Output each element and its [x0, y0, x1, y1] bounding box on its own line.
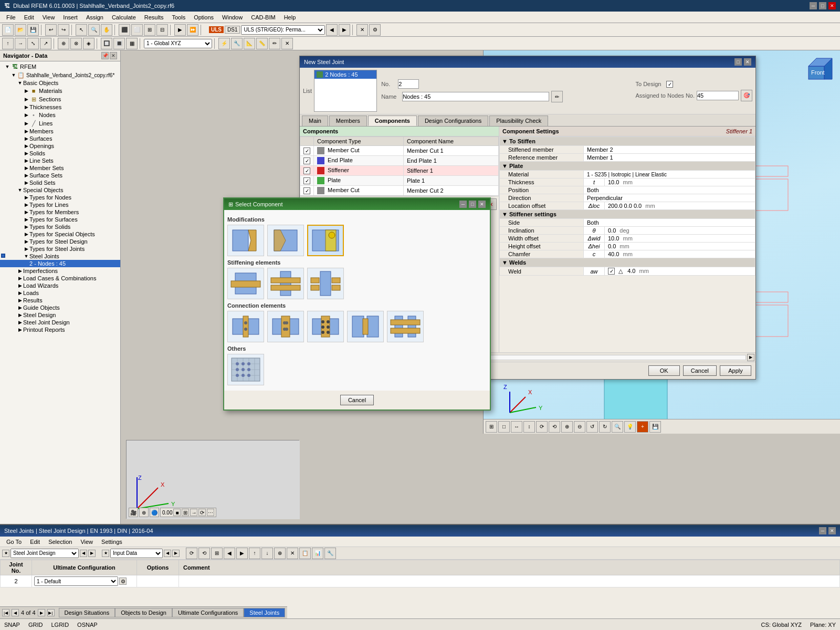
dp-selection[interactable]: Selection	[44, 538, 76, 546]
select-comp-controls[interactable]: ─ □ ✕	[459, 201, 486, 208]
list-box[interactable]: 2 Nodes : 45	[314, 70, 377, 112]
tb2-16[interactable]: ✕	[281, 38, 293, 49]
comp-row-5[interactable]: Member Cut Member Cut 2	[300, 186, 499, 196]
nav-materials[interactable]: ▶ ■ Materials	[0, 87, 120, 95]
tb2-4[interactable]: ↗	[40, 38, 51, 49]
weld-chk[interactable]	[608, 268, 615, 275]
grp-ss-expand[interactable]: ▼	[502, 211, 508, 217]
tb2-9[interactable]: 🔳	[113, 38, 125, 49]
menu-options[interactable]: Options	[190, 13, 218, 22]
no-field[interactable]	[398, 79, 419, 89]
nav-linesets-expand[interactable]: ▶	[23, 158, 29, 164]
tb8[interactable]: ▶	[174, 24, 186, 36]
nav-project[interactable]: ▼ 📋 Stahlhalle_Verband_Joints2_copy.rf6*	[0, 71, 120, 79]
nav-rfem-expand[interactable]: ▼	[4, 64, 10, 70]
menu-view[interactable]: View	[38, 13, 59, 22]
vt9[interactable]: ↺	[586, 421, 598, 433]
btab-ult-config[interactable]: Ultimate Configurations	[172, 608, 244, 617]
dp-tb11[interactable]: 📊	[312, 548, 323, 559]
menu-cad-bim[interactable]: CAD-BIM	[247, 13, 279, 22]
nav-surfacesets[interactable]: ▶ Surface Sets	[0, 172, 120, 179]
xyz-selector[interactable]: 1 - Global XYZ	[144, 39, 212, 48]
tb9[interactable]: ⏩	[187, 24, 198, 36]
menu-help[interactable]: Help	[280, 13, 300, 22]
dp-tb7[interactable]: ↓	[261, 548, 273, 559]
nav-steeljoints-expand[interactable]: ▼	[23, 253, 29, 259]
dp-design-select[interactable]: Steel Joint Design	[10, 549, 79, 558]
nav-types-surfaces[interactable]: ▶ Types for Surfaces	[0, 216, 120, 223]
dp-tb1[interactable]: ⟳	[186, 548, 197, 559]
design-row-1[interactable]: 2 1 - Default ⚙	[1, 575, 840, 587]
select-btn[interactable]: ↖	[76, 24, 87, 36]
nav-results-expand[interactable]: ▶	[17, 297, 23, 303]
nav-types-steeldesign[interactable]: ▶ Types for Steel Design	[0, 238, 120, 245]
tab-design-config[interactable]: Design Configurations	[418, 116, 488, 126]
nav-linesets[interactable]: ▶ Line Sets	[0, 157, 120, 164]
nav-guide-expand[interactable]: ▶	[17, 304, 23, 311]
nav-loadwizards[interactable]: ▶ Load Wizards	[0, 282, 120, 289]
btab-steel-joints[interactable]: Steel Joints	[244, 608, 285, 617]
pg-next-btn[interactable]: ▶	[38, 609, 45, 616]
nav-lw-expand[interactable]: ▶	[17, 282, 23, 289]
nav-types-members-expand[interactable]: ▶	[23, 209, 29, 215]
menu-calculate[interactable]: Calculate	[108, 13, 140, 22]
dp-tb9[interactable]: ✕	[287, 548, 298, 559]
name-field[interactable]	[402, 92, 549, 101]
nav-thick-expand[interactable]: ▶	[23, 104, 29, 110]
dp-tb8[interactable]: ⊕	[274, 548, 286, 559]
redo-btn[interactable]: ↪	[58, 24, 69, 36]
scroll-right[interactable]: ▶	[747, 354, 754, 361]
nav-sections[interactable]: ▶ ⊞ Sections	[0, 95, 120, 103]
nav-openings-expand[interactable]: ▶	[23, 143, 29, 149]
sv-more-btn[interactable]: ⋯	[207, 509, 214, 516]
dp-close-btn[interactable]: ✕	[828, 527, 836, 534]
nav-project-expand[interactable]: ▼	[10, 72, 17, 78]
stiff-item-1[interactable]	[227, 268, 264, 299]
nav-types-nodes[interactable]: ▶ Types for Nodes	[0, 194, 120, 201]
next-combo-btn[interactable]: ▶	[339, 24, 350, 36]
pan-btn[interactable]: ✋	[101, 24, 112, 36]
btab-objects[interactable]: Objects to Design	[115, 608, 172, 617]
menu-insert[interactable]: Insert	[59, 13, 82, 22]
tb2-2[interactable]: →	[15, 38, 26, 49]
nav-membersets[interactable]: ▶ Member Sets	[0, 164, 120, 172]
comp-row-4[interactable]: Plate Plate 1	[300, 176, 499, 186]
nav-types-special-expand[interactable]: ▶	[23, 231, 29, 237]
dialog-controls[interactable]: □ ✕	[734, 58, 751, 66]
vt8[interactable]: ⊖	[574, 421, 585, 433]
comp-row-2[interactable]: End Plate End Plate 1	[300, 156, 499, 166]
comp-row-3[interactable]: Stiffener Stiffener 1	[300, 166, 499, 176]
row4-chk[interactable]	[303, 177, 310, 184]
nav-types-lines[interactable]: ▶ Types for Lines	[0, 201, 120, 208]
sc-minimize-btn[interactable]: ─	[459, 201, 467, 208]
nav-rfem[interactable]: ▼ 🏗 RFEM	[0, 62, 120, 71]
grp-plate[interactable]: ▼ Plate	[500, 162, 755, 171]
dp-view[interactable]: View	[76, 538, 97, 546]
dr1-config-btn[interactable]: ⚙	[119, 578, 127, 585]
grp-plate-expand[interactable]: ▼	[502, 163, 508, 169]
tb2-10[interactable]: ▦	[126, 38, 138, 49]
nav-surfaces[interactable]: ▶ Surfaces	[0, 135, 120, 142]
tb11[interactable]: ⚙	[369, 24, 381, 36]
conn-item-2[interactable]	[267, 311, 304, 342]
vt5[interactable]: ⟳	[536, 421, 548, 433]
sv-grid-btn[interactable]: ⊞	[182, 509, 189, 516]
dp-tb2[interactable]: ⟲	[198, 548, 210, 559]
tb2-5[interactable]: ⊕	[58, 38, 69, 49]
grp-stiffen-expand[interactable]: ▼	[502, 138, 508, 144]
nav-imperfections[interactable]: ▶ Imperfections	[0, 267, 120, 275]
tab-plausibility[interactable]: Plausibility Check	[489, 116, 548, 126]
cancel-btn[interactable]: Cancel	[683, 365, 717, 376]
row3-chk[interactable]	[303, 167, 310, 174]
vt1[interactable]: ⊞	[486, 421, 497, 433]
nav-membersets-expand[interactable]: ▶	[23, 165, 29, 171]
dp-tb4[interactable]: ◀	[224, 548, 235, 559]
tb2-8[interactable]: 🔲	[101, 38, 112, 49]
nav-nodes-expand[interactable]: ▶	[23, 112, 29, 118]
nav-sd-expand[interactable]: ▶	[17, 312, 23, 318]
cancel-select-btn[interactable]: Cancel	[340, 395, 374, 405]
tb2-14[interactable]: 📏	[256, 38, 268, 49]
nav-steeldesign[interactable]: ▶ Steel Design	[0, 311, 120, 319]
ok-btn[interactable]: OK	[648, 365, 680, 376]
vt-save-btn[interactable]: 💾	[649, 421, 661, 433]
